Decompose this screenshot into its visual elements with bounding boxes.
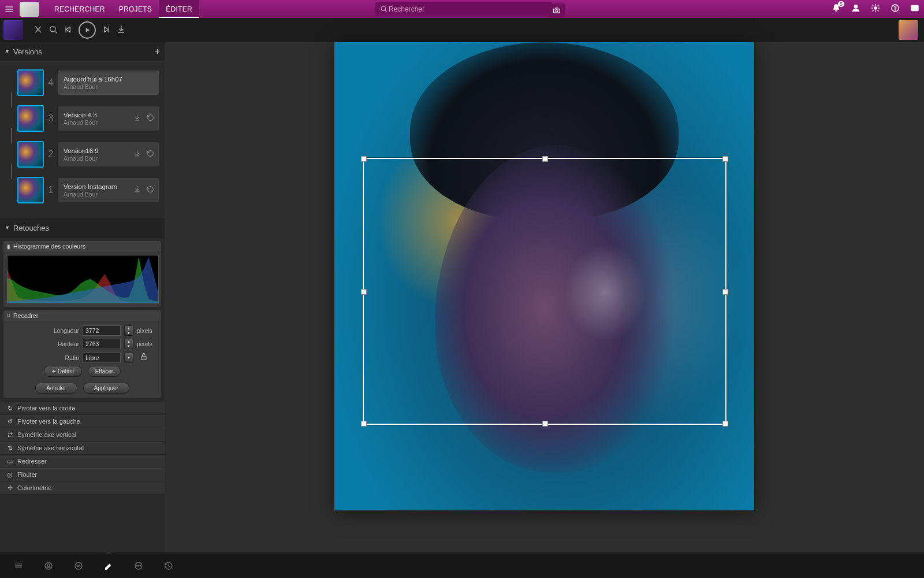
tool-label: Colorimétrie bbox=[17, 484, 51, 491]
crop-handle-bm[interactable] bbox=[542, 421, 548, 427]
version-item[interactable]: 4Aujourd'hui à 16h07Arnaud Bour bbox=[17, 69, 159, 96]
tool-row[interactable]: ▭Redresser bbox=[0, 455, 165, 468]
current-thumb-left[interactable] bbox=[3, 20, 23, 40]
bottom-explore-button[interactable] bbox=[70, 558, 87, 574]
play-icon bbox=[83, 26, 91, 34]
chevron-down-icon: ▼ bbox=[5, 49, 10, 54]
histogram-header[interactable]: ▮ Histogramme des couleurs bbox=[3, 241, 161, 251]
version-body[interactable]: Version InstagramArnaud Bour bbox=[58, 178, 159, 202]
version-body[interactable]: Version16:9Arnaud Bour bbox=[58, 142, 159, 166]
settings-button[interactable] bbox=[871, 3, 880, 14]
editor-canvas bbox=[165, 42, 924, 553]
histogram-label: Histogramme des couleurs bbox=[13, 243, 85, 250]
height-stepper[interactable]: ▲▼ bbox=[124, 339, 133, 349]
svg-marker-17 bbox=[86, 28, 90, 32]
tool-row[interactable]: ↺Pivoter vers la gauche bbox=[0, 415, 165, 428]
bottom-history-button[interactable] bbox=[161, 558, 177, 574]
zoom-button[interactable] bbox=[49, 25, 58, 36]
inbox-button[interactable] bbox=[910, 3, 919, 14]
tool-label: Symétrie axe horizontal bbox=[17, 444, 84, 451]
download-version-button[interactable] bbox=[133, 186, 141, 195]
next-button[interactable] bbox=[102, 25, 111, 36]
add-version-button[interactable]: + bbox=[155, 46, 160, 57]
tool-icon: ✢ bbox=[6, 484, 14, 492]
height-input[interactable] bbox=[83, 339, 121, 349]
ratio-dropdown[interactable]: ▼ bbox=[124, 353, 133, 363]
svg-marker-15 bbox=[66, 27, 70, 32]
tool-row[interactable]: ◎Flouter bbox=[0, 468, 165, 481]
crop-icon: ⌗ bbox=[7, 312, 10, 319]
tool-row[interactable]: ⇅Symétrie axe horizontal bbox=[0, 442, 165, 455]
tool-row[interactable]: ⇄Symétrie axe vertical bbox=[0, 428, 165, 442]
histogram-card: ▮ Histogramme des couleurs bbox=[3, 241, 161, 307]
tool-row[interactable]: ✢Colorimétrie bbox=[0, 481, 165, 495]
version-body[interactable]: Aujourd'hui à 16h07Arnaud Bour bbox=[58, 71, 159, 95]
menu-button[interactable] bbox=[0, 0, 18, 18]
ratio-select[interactable] bbox=[83, 353, 121, 363]
crop-header[interactable]: ⌗ Recadrer bbox=[3, 310, 161, 321]
bottom-more-button[interactable] bbox=[131, 558, 147, 574]
version-item[interactable]: 2Version16:9Arnaud Bour bbox=[17, 141, 159, 168]
version-item[interactable]: 1Version InstagramArnaud Bour bbox=[17, 177, 159, 203]
image-preview[interactable] bbox=[334, 42, 754, 510]
versions-header[interactable]: ▼ Versions + bbox=[0, 42, 165, 61]
crop-handle-tr[interactable] bbox=[722, 156, 728, 162]
tool-icon: ↻ bbox=[6, 405, 14, 412]
top-nav: RECHERCHER PROJETS ÉDITER bbox=[47, 0, 199, 18]
length-label: Longueur bbox=[49, 327, 79, 334]
crop-handle-br[interactable] bbox=[722, 421, 728, 427]
close-button[interactable] bbox=[33, 25, 43, 36]
version-item[interactable]: 3Version 4:3Arnaud Bour bbox=[17, 105, 159, 132]
lock-icon[interactable] bbox=[137, 352, 155, 363]
svg-line-14 bbox=[55, 31, 57, 33]
tool-icon: ⇅ bbox=[6, 444, 14, 452]
download-version-button[interactable] bbox=[133, 150, 141, 159]
crop-handle-bl[interactable] bbox=[361, 421, 367, 427]
restore-version-button[interactable] bbox=[147, 114, 154, 123]
help-button[interactable] bbox=[891, 3, 900, 14]
search-input[interactable] bbox=[388, 2, 547, 16]
download-version-button[interactable] bbox=[133, 114, 141, 123]
gear-icon bbox=[871, 3, 880, 13]
crop-title: Recadrer bbox=[13, 312, 38, 319]
tool-row[interactable]: ↻Pivoter vers la droite bbox=[0, 402, 165, 415]
current-thumb-right[interactable] bbox=[899, 20, 918, 40]
crop-handle-rm[interactable] bbox=[722, 289, 728, 295]
tab-editer[interactable]: ÉDITER bbox=[159, 0, 199, 18]
retouches-header[interactable]: ▼ Retouches bbox=[0, 218, 165, 238]
inbox-icon bbox=[910, 3, 919, 13]
top-right-actions: 5 bbox=[832, 0, 919, 18]
tab-rechercher[interactable]: RECHERCHER bbox=[47, 0, 112, 18]
camera-button[interactable] bbox=[549, 3, 565, 17]
play-button[interactable] bbox=[79, 21, 96, 39]
left-panel: ▼ Versions + 4Aujourd'hui à 16h07Arnaud … bbox=[0, 42, 165, 553]
notifications-button[interactable]: 5 bbox=[832, 3, 841, 14]
prev-button[interactable] bbox=[64, 25, 73, 36]
tool-label: Redresser bbox=[17, 458, 47, 465]
bottom-list-button[interactable] bbox=[10, 558, 27, 574]
version-body[interactable]: Version 4:3Arnaud Bour bbox=[58, 106, 159, 131]
cancel-button[interactable]: Annuler bbox=[35, 383, 77, 394]
user-button[interactable] bbox=[851, 3, 860, 14]
version-number: 2 bbox=[44, 149, 58, 160]
length-input[interactable] bbox=[83, 325, 121, 336]
search-bar[interactable] bbox=[375, 2, 552, 16]
crop-handle-tm[interactable] bbox=[542, 156, 548, 162]
clear-button[interactable]: Effacer bbox=[88, 366, 121, 377]
restore-version-button[interactable] bbox=[147, 186, 154, 195]
crop-handle-lm[interactable] bbox=[361, 289, 367, 295]
apply-button[interactable]: Appliquer bbox=[83, 383, 129, 394]
tool-icon: ◎ bbox=[6, 471, 14, 479]
crop-handle-tl[interactable] bbox=[361, 156, 367, 162]
height-unit: pixels bbox=[137, 340, 155, 347]
close-icon bbox=[33, 25, 43, 34]
tab-projets[interactable]: PROJETS bbox=[112, 0, 159, 18]
bottom-edit-button[interactable] bbox=[100, 558, 117, 574]
help-icon bbox=[891, 3, 900, 13]
crop-overlay[interactable] bbox=[363, 158, 727, 425]
restore-version-button[interactable] bbox=[147, 150, 154, 159]
bottom-profile-button[interactable] bbox=[40, 558, 57, 574]
length-stepper[interactable]: ▲▼ bbox=[124, 325, 133, 336]
download-button[interactable] bbox=[117, 25, 126, 36]
define-button[interactable]: ✦Définir bbox=[44, 366, 82, 377]
